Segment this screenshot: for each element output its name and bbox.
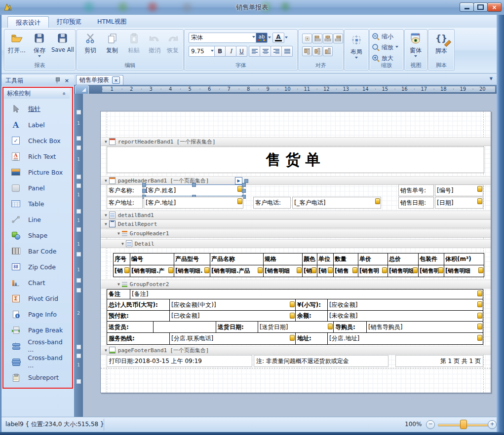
detail-data-cell[interactable]: [销售明细. (174, 265, 210, 277)
toolbox-item-subreport[interactable]: Subreport (4, 370, 69, 385)
prepaid-label-cell[interactable]: 预付款: (107, 310, 170, 322)
detail-data-cell[interactable]: [销售 (334, 265, 358, 277)
order-no-label[interactable]: 销售单号: (398, 184, 434, 196)
address-value-cell[interactable]: [分店.地址] (328, 332, 483, 345)
align-bottom-objects-button[interactable] (323, 46, 333, 56)
detail-header-cell[interactable]: 产品名称 (210, 253, 264, 265)
maximize-button[interactable] (473, 2, 488, 12)
font-color-dropdown-arrow[interactable] (285, 36, 288, 40)
tab-html-view[interactable]: HTML视图 (89, 16, 135, 27)
report-page[interactable]: ▼ reportHeaderBand1 [一个报表集合] 售货单 ▼ pageH… (100, 111, 491, 393)
tab-print-preview[interactable]: 打印预览 (49, 16, 89, 27)
prepaid-value-cell[interactable]: [已收金额] (170, 310, 296, 322)
detail-header-cell[interactable]: 单价 (358, 253, 388, 265)
selection-handle[interactable] (142, 189, 146, 193)
align-top-objects-button[interactable] (302, 46, 312, 56)
detail-header-cell[interactable]: 序号 (113, 253, 130, 265)
guide-label-cell[interactable]: 导购员: (334, 321, 367, 333)
detail-header-cell[interactable]: 体积(m³) (444, 253, 484, 265)
detail-header-cell[interactable]: 包装件 (419, 253, 444, 265)
band-detail[interactable]: ▼ Detail (101, 239, 491, 248)
toolbox-item-checkbox[interactable]: ✓ Check Box (4, 133, 69, 148)
hotline-label-cell[interactable]: 服务热线: (107, 332, 170, 345)
footer-note-box[interactable]: 注: 非质量问题概不退还货款或定金 (254, 355, 388, 367)
form-view-button[interactable]: 窗体 (405, 31, 426, 62)
detail-data-cell[interactable]: [销 (303, 265, 317, 277)
underline-button[interactable]: U (236, 46, 247, 57)
close-button[interactable]: × (487, 2, 502, 12)
document-tab-close-icon[interactable]: × (112, 76, 120, 84)
guide-value-cell[interactable]: [销售导购员] (367, 321, 483, 333)
selection-handle[interactable] (244, 179, 248, 183)
redo-button[interactable]: 恢复 (163, 31, 182, 62)
band-collapse-icon[interactable]: ▼ (105, 213, 107, 218)
band-collapse-icon[interactable]: ▼ (105, 222, 107, 226)
band-collapse-icon[interactable]: ▼ (105, 140, 107, 144)
toolbox-item-picturebox[interactable]: Picture Box (4, 165, 69, 180)
band-group-footer2[interactable]: ▼ GroupFooter2 (101, 280, 491, 289)
detail-data-cell[interactable]: [销售明细 (444, 265, 484, 277)
document-list-dropdown-icon[interactable]: ▼ (490, 76, 493, 81)
toolbox-item-label[interactable]: A Label (4, 117, 69, 132)
selection-handle[interactable] (242, 183, 246, 187)
band-collapse-icon[interactable]: ▼ (117, 282, 120, 287)
delivery-date-value-cell[interactable]: [送货日期] (258, 321, 334, 333)
script-button[interactable]: {} 脚本 (430, 31, 452, 62)
total-cn-label-cell[interactable]: 总计人民币(大写): (107, 299, 170, 311)
detail-header-cell[interactable]: 编号 (130, 253, 174, 265)
selection-handle[interactable] (242, 189, 246, 193)
copy-button[interactable]: 复制 (101, 31, 123, 62)
balance-value-cell[interactable]: [未收金额] (328, 310, 483, 322)
toolbox-item-line[interactable]: Line (4, 212, 69, 227)
detail-data-cell[interactable]: [销 (317, 265, 334, 277)
band-collapse-icon[interactable]: ▼ (105, 179, 107, 183)
detail-header-cell[interactable]: 产品型号 (174, 253, 210, 265)
cut-button[interactable]: 剪切 (79, 31, 101, 62)
band-page-footer[interactable]: ▼ pageFooterBand1 [一个页面集合] (101, 346, 491, 355)
detail-data-cell[interactable]: [销售明细 (264, 265, 303, 277)
remark-label-cell[interactable]: 备注 (107, 289, 130, 299)
font-name-combobox[interactable]: 宋体 (189, 33, 258, 43)
customer-addr-label[interactable]: 客户地址: (107, 197, 143, 209)
order-no-field[interactable]: [编号] (435, 184, 483, 196)
toolbox-item-panel[interactable]: Panel (4, 181, 69, 195)
remark-value-cell[interactable]: [备注] (130, 289, 483, 299)
band-collapse-icon[interactable]: ▼ (117, 231, 120, 236)
toolbox-item-pagebreak[interactable]: Page Break (4, 323, 69, 337)
detail-data-cell[interactable]: [销售明 (358, 265, 388, 277)
detail-data-cell[interactable]: [销 (113, 265, 130, 277)
band-detail-band1[interactable]: ▼ detailBand1 (101, 211, 491, 219)
tab-report-design[interactable]: 报表设计 (7, 16, 49, 28)
align-text-center-button[interactable] (260, 46, 271, 57)
band-group-header1[interactable]: ▼ GroupHeader1 (101, 229, 491, 238)
detail-header-cell[interactable]: 规格 (264, 253, 303, 265)
balance-label-cell[interactable]: 余额: (296, 310, 328, 322)
detail-data-cell[interactable]: [销售明 (419, 265, 444, 277)
page-number-box[interactable]: 第 1 页 共 1 页 (395, 355, 483, 367)
band-detail-report[interactable]: ▼ DetailReport (101, 219, 491, 228)
toolbox-close-icon[interactable]: × (65, 77, 69, 84)
zoom-out-button[interactable]: 缩小 (372, 32, 393, 41)
highlight-dropdown-arrow[interactable] (268, 36, 271, 40)
detail-data-cell[interactable]: [销售明细.产 (130, 265, 174, 277)
toolbox-item-crossband-line[interactable]: Cross-band ... (4, 338, 69, 353)
font-size-combobox[interactable]: 9.75 (189, 46, 216, 57)
zoom-in-status-button[interactable]: + (488, 420, 497, 429)
align-text-left-button[interactable] (249, 46, 260, 57)
band-page-header[interactable]: ▼ pageHeaderBand1 [一个页面集合] (101, 176, 491, 185)
toolbox-item-crossband-box[interactable]: Cross-band ... (4, 354, 69, 369)
hotline-value-cell[interactable]: [分店.联系电话] (170, 332, 296, 345)
toolbox-item-pivotgrid[interactable]: Σ Pivot Grid (4, 291, 69, 306)
band-report-header[interactable]: ▼ reportHeaderBand1 [一个报表集合] (101, 137, 491, 146)
zoom-slider-thumb[interactable] (460, 420, 467, 429)
smart-tag-button[interactable]: ▶ (235, 177, 242, 184)
toolbox-item-richtext[interactable]: A Rich Text (4, 149, 69, 164)
align-right-objects-button[interactable] (333, 34, 343, 43)
font-color-button[interactable]: A (272, 33, 284, 43)
pin-icon[interactable] (55, 77, 60, 83)
detail-data-cell[interactable]: [销售明细 (388, 265, 419, 277)
toolbox-item-pointer[interactable]: 指针 (4, 102, 69, 116)
toolbox-item-barcode[interactable]: Bar Code (4, 244, 69, 258)
document-tab[interactable]: 销售单报表 × (76, 75, 123, 85)
open-button[interactable]: 打开... (6, 31, 28, 62)
